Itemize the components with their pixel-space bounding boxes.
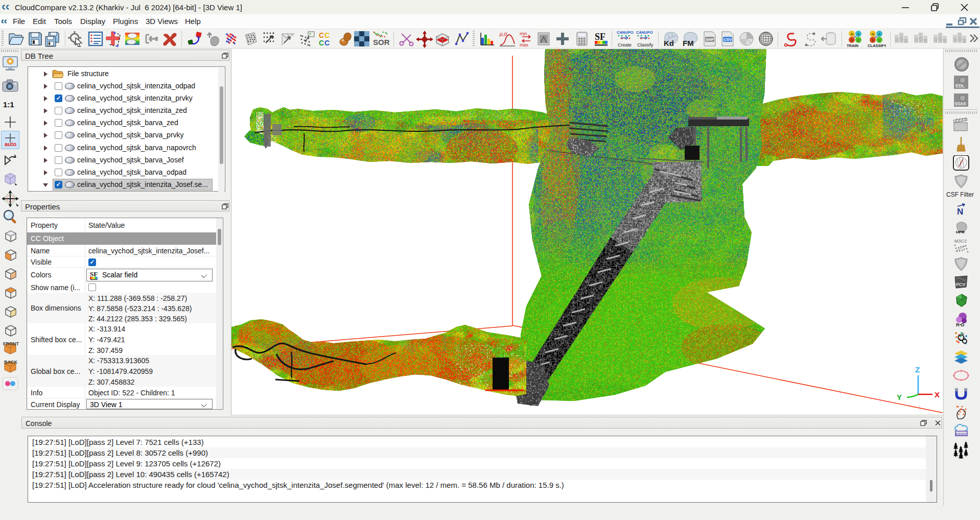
svg-text:min: min xyxy=(520,31,527,36)
svg-text:A: A xyxy=(857,33,859,36)
svg-text:CANUPO: CANUPO xyxy=(636,30,653,35)
svg-text:max: max xyxy=(520,42,529,48)
svg-text:R: R xyxy=(915,37,919,43)
svg-text:SHP: SHP xyxy=(706,37,714,42)
svg-text:N: N xyxy=(957,207,963,217)
svg-text:R: R xyxy=(934,37,938,43)
svg-text:S: S xyxy=(872,39,874,42)
svg-text:G: G xyxy=(939,36,943,42)
svg-text:G: G xyxy=(958,36,962,42)
svg-text:3D: 3D xyxy=(853,35,857,38)
svg-text:G: G xyxy=(919,36,923,42)
svg-text:C: C xyxy=(857,39,860,42)
svg-text:C: C xyxy=(878,39,881,42)
svg-text:X: X xyxy=(935,390,940,399)
svg-text:G: G xyxy=(900,36,904,42)
svg-text:CSV: CSV xyxy=(724,37,732,42)
svg-text:Z: Z xyxy=(915,365,920,374)
svg-text:C: C xyxy=(324,31,330,39)
svg-text:EDL: EDL xyxy=(955,83,965,88)
svg-text:SSA0: SSA0 xyxy=(954,101,966,106)
svg-text:B: B xyxy=(904,38,908,44)
svg-text:R: R xyxy=(895,37,899,43)
svg-text:BACK: BACK xyxy=(4,360,17,365)
svg-text:C: C xyxy=(319,39,324,47)
svg-text:CANUPO: CANUPO xyxy=(617,30,634,35)
svg-text:SF: SF xyxy=(595,32,605,42)
svg-text:auto: auto xyxy=(5,141,17,147)
svg-text:Kd: Kd xyxy=(664,39,674,48)
svg-text:B: B xyxy=(963,38,966,44)
svg-text:3D: 3D xyxy=(874,35,878,38)
svg-text:FRONT: FRONT xyxy=(3,341,19,346)
svg-text:HPR: HPR xyxy=(956,230,965,234)
svg-text:Y: Y xyxy=(897,393,902,401)
svg-text:S: S xyxy=(851,39,853,42)
svg-text:PCV: PCV xyxy=(956,282,966,287)
svg-text:R•D: R•D xyxy=(956,322,965,327)
svg-text:B: B xyxy=(924,38,927,44)
svg-text:CLASSIFY: CLASSIFY xyxy=(868,43,886,48)
svg-text:μ,σ: μ,σ xyxy=(499,31,507,37)
svg-text:M3C2: M3C2 xyxy=(954,239,967,244)
svg-text:Create: Create xyxy=(618,42,632,48)
svg-text:A: A xyxy=(878,33,880,36)
svg-text:SF: SF xyxy=(90,270,98,278)
svg-text:SOR: SOR xyxy=(373,38,389,46)
svg-text:B: B xyxy=(943,38,947,44)
svg-text:C: C xyxy=(319,31,324,39)
svg-text:C: C xyxy=(324,39,330,47)
svg-text:FM: FM xyxy=(683,39,694,48)
svg-text:R: R xyxy=(953,37,958,43)
svg-text:TRAIN: TRAIN xyxy=(847,43,858,48)
svg-text:Classify: Classify xyxy=(637,42,654,48)
